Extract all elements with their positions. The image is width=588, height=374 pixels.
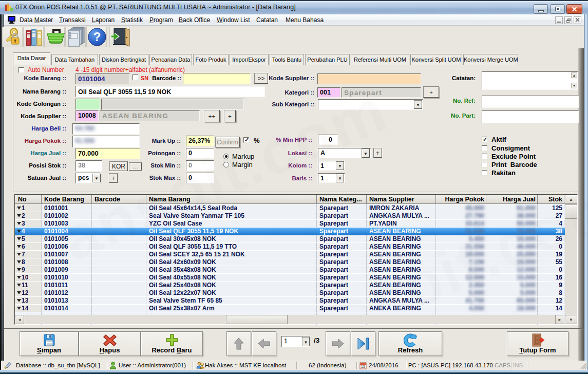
svg-text:?: ? <box>93 30 101 44</box>
svg-text:15: 15 <box>361 365 365 368</box>
